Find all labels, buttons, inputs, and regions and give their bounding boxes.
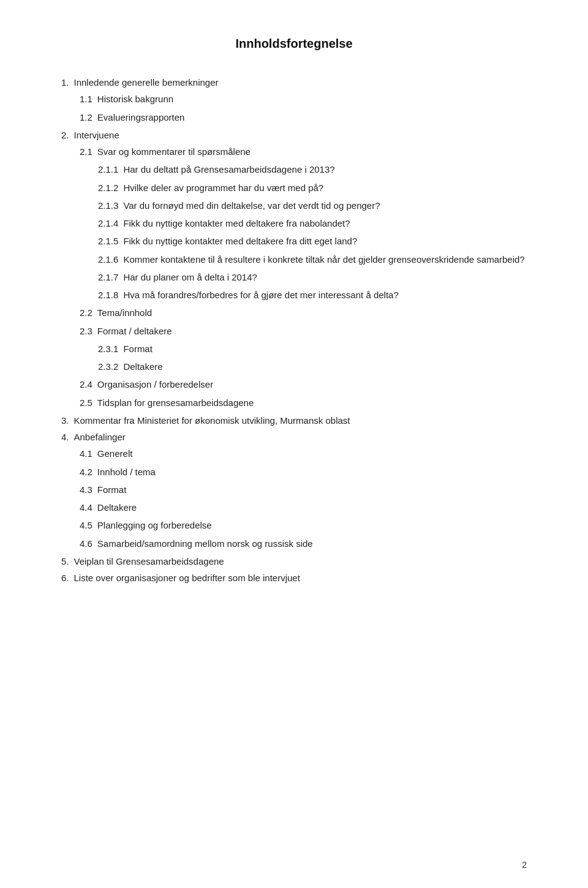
toc-item-number: 1.2	[80, 112, 92, 122]
toc-item: 2.3.2Deltakere	[61, 359, 527, 374]
toc-item-text: Svar og kommentarer til spørsmålene	[97, 146, 251, 157]
toc-item: 2.1.6Kommer kontaktene til å resultere i…	[61, 252, 527, 266]
toc-item-text: Tema/innhold	[97, 307, 152, 318]
toc-item-text: Var du fornøyd med din deltakelse, var d…	[123, 200, 380, 211]
toc-item-text: Intervjuene	[74, 130, 119, 140]
toc-item-number: 2.5	[80, 397, 92, 408]
toc-item: 2.1Svar og kommentarer til spørsmålene	[61, 145, 527, 159]
toc-item-number: 5.	[61, 556, 69, 566]
toc-item-number: 2.1.2	[98, 182, 118, 193]
page-number: 2	[522, 860, 527, 870]
toc-item-number: 4.3	[80, 484, 92, 495]
toc-item-text: Historisk bakgrunn	[97, 94, 173, 104]
toc-item: 2.3.1Format	[61, 342, 527, 356]
toc-item-text: Format	[123, 344, 153, 354]
toc-item-text: Fikk du nyttige kontakter med deltakere …	[123, 236, 357, 246]
toc-item: 4.5Planlegging og forberedelse	[61, 518, 527, 532]
toc-item-text: Deltakere	[123, 361, 162, 372]
toc-item: 4.3Format	[61, 483, 527, 497]
toc-item-number: 1.	[61, 77, 69, 88]
toc-item-text: Innledende generelle bemerkninger	[74, 77, 219, 88]
toc-item: 2.1.3Var du fornøyd med din deltakelse, …	[61, 198, 527, 213]
toc-item-number: 6.	[61, 573, 69, 583]
toc-item-number: 2.3	[80, 326, 92, 336]
toc-item-text: Generelt	[97, 448, 133, 459]
toc-item: 4.4Deltakere	[61, 500, 527, 514]
toc-item: 2.5Tidsplan for grensesamarbeidsdagene	[61, 396, 527, 410]
toc-item: 2.1.2Hvilke deler av programmet har du v…	[61, 181, 527, 195]
toc-item-number: 2.1	[80, 146, 92, 157]
toc-item-text: Kommentar fra Ministeriet for økonomisk …	[74, 415, 350, 426]
toc-item-text: Deltakere	[97, 502, 137, 513]
toc-item: 2.1.8Hva må forandres/forbedres for å gj…	[61, 288, 527, 302]
toc-item: 1.1Historisk bakgrunn	[61, 92, 527, 106]
toc-item-number: 2.4	[80, 379, 92, 389]
toc-item-text: Har du planer om å delta i 2014?	[123, 272, 257, 282]
toc-item-text: Tidsplan for grensesamarbeidsdagene	[97, 397, 254, 408]
toc-item: 2.4Organisasjon / forberedelser	[61, 377, 527, 391]
toc-item-number: 2.	[61, 130, 69, 140]
toc-item-text: Hvilke deler av programmet har du vært m…	[123, 182, 323, 193]
toc-item: 1.Innledende generelle bemerkninger	[61, 75, 527, 89]
toc-item-number: 4.1	[80, 448, 92, 459]
toc-item-number: 2.3.2	[98, 361, 118, 372]
toc-item-text: Kommer kontaktene til å resultere i konk…	[123, 254, 524, 265]
toc-item-text: Samarbeid/samordning mellom norsk og rus…	[97, 538, 313, 549]
toc-item: 2.3Format / deltakere	[61, 324, 527, 338]
toc-item: 5.Veiplan til Grensesamarbeidsdagene	[61, 554, 527, 568]
toc-item-number: 2.1.8	[98, 290, 118, 300]
toc-item: 2.2Tema/innhold	[61, 306, 527, 320]
toc-item-text: Veiplan til Grensesamarbeidsdagene	[74, 556, 224, 566]
toc-item-text: Format	[97, 484, 127, 495]
toc-item-text: Organisasjon / forberedelser	[97, 379, 213, 389]
toc-list: 1.Innledende generelle bemerkninger1.1Hi…	[61, 75, 527, 585]
toc-item: 2.1.1Har du deltatt på Grensesamarbeidsd…	[61, 162, 527, 176]
toc-item: 4.6Samarbeid/samordning mellom norsk og …	[61, 536, 527, 551]
toc-item-number: 4.	[61, 432, 69, 442]
toc-item-number: 2.1.7	[98, 272, 118, 282]
toc-item-number: 4.5	[80, 520, 92, 530]
toc-item: 2.1.4Fikk du nyttige kontakter med delta…	[61, 216, 527, 230]
toc-item-number: 2.3.1	[98, 344, 118, 354]
toc-item: 4.Anbefalinger	[61, 430, 527, 444]
toc-item-text: Format / deltakere	[97, 326, 172, 336]
toc-item: 2.1.5Fikk du nyttige kontakter med delta…	[61, 234, 527, 248]
toc-item-text: Anbefalinger	[74, 432, 126, 442]
toc-item-text: Hva må forandres/forbedres for å gjøre d…	[123, 290, 398, 300]
toc-item-text: Liste over organisasjoner og bedrifter s…	[74, 573, 300, 583]
toc-item-text: Har du deltatt på Grensesamarbeidsdagene…	[123, 164, 334, 175]
toc-item-number: 3.	[61, 415, 69, 426]
toc-item-number: 4.6	[80, 538, 92, 549]
toc-item-text: Evalueringsrapporten	[97, 112, 185, 122]
toc-item: 2.1.7Har du planer om å delta i 2014?	[61, 270, 527, 284]
toc-item: 2.Intervjuene	[61, 128, 527, 142]
toc-item-number: 2.1.4	[98, 218, 118, 228]
toc-item-number: 2.1.5	[98, 236, 118, 246]
toc-item: 4.2Innhold / tema	[61, 465, 527, 479]
toc-item: 3.Kommentar fra Ministeriet for økonomis…	[61, 413, 527, 427]
toc-item: 6.Liste over organisasjoner og bedrifter…	[61, 571, 527, 585]
toc-item: 1.2Evalueringsrapporten	[61, 110, 527, 124]
toc-item-text: Planlegging og forberedelse	[97, 520, 212, 530]
toc-item-text: Fikk du nyttige kontakter med deltakere …	[123, 218, 350, 228]
toc-item-number: 2.1.1	[98, 164, 118, 175]
toc-item-number: 1.1	[80, 94, 92, 104]
toc-item-number: 4.4	[80, 502, 92, 513]
toc-item-text: Innhold / tema	[97, 467, 156, 477]
page: Innholdsfortegnelse 1.Innledende generel…	[0, 0, 588, 888]
toc-item: 4.1Generelt	[61, 446, 527, 461]
toc-item-number: 4.2	[80, 467, 92, 477]
toc-item-number: 2.1.6	[98, 254, 118, 265]
toc-title: Innholdsfortegnelse	[61, 37, 527, 51]
toc-item-number: 2.1.3	[98, 200, 118, 211]
toc-item-number: 2.2	[80, 307, 92, 318]
